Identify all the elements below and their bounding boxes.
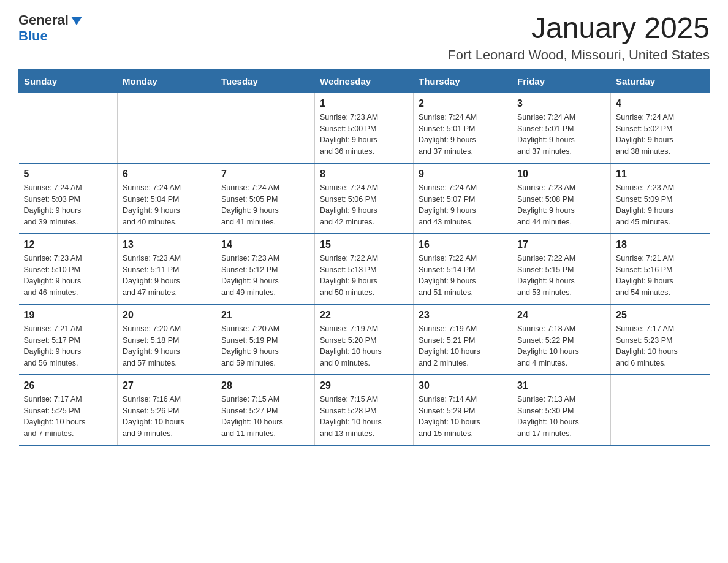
calendar-table: SundayMondayTuesdayWednesdayThursdayFrid… [18,69,710,446]
day-number: 23 [419,310,507,321]
day-info: Sunrise: 7:18 AM Sunset: 5:22 PM Dayligh… [517,323,605,369]
calendar-cell: 26Sunrise: 7:17 AM Sunset: 5:25 PM Dayli… [19,375,118,445]
day-number: 14 [221,239,309,250]
day-number: 4 [616,98,705,109]
day-info: Sunrise: 7:17 AM Sunset: 5:23 PM Dayligh… [616,323,705,369]
calendar-cell: 8Sunrise: 7:24 AM Sunset: 5:06 PM Daylig… [315,163,414,234]
day-number: 24 [517,310,605,321]
day-info: Sunrise: 7:21 AM Sunset: 5:17 PM Dayligh… [24,323,113,369]
day-number: 3 [517,98,605,109]
calendar-week-1: 1Sunrise: 7:23 AM Sunset: 5:00 PM Daylig… [19,93,710,163]
weekday-header-saturday: Saturday [611,69,710,93]
calendar-cell: 21Sunrise: 7:20 AM Sunset: 5:19 PM Dayli… [216,304,315,375]
day-number: 25 [616,310,705,321]
calendar-cell: 13Sunrise: 7:23 AM Sunset: 5:11 PM Dayli… [118,234,216,304]
day-number: 31 [517,380,605,391]
day-info: Sunrise: 7:17 AM Sunset: 5:25 PM Dayligh… [24,394,113,440]
day-info: Sunrise: 7:24 AM Sunset: 5:02 PM Dayligh… [616,112,705,158]
day-info: Sunrise: 7:14 AM Sunset: 5:29 PM Dayligh… [419,394,507,440]
calendar-header: SundayMondayTuesdayWednesdayThursdayFrid… [19,69,710,93]
calendar-cell: 3Sunrise: 7:24 AM Sunset: 5:01 PM Daylig… [512,93,611,163]
day-number: 20 [123,310,211,321]
calendar-cell: 24Sunrise: 7:18 AM Sunset: 5:22 PM Dayli… [512,304,611,375]
calendar-cell: 29Sunrise: 7:15 AM Sunset: 5:28 PM Dayli… [315,375,414,445]
calendar-cell: 2Sunrise: 7:24 AM Sunset: 5:01 PM Daylig… [414,93,512,163]
weekday-header-friday: Friday [512,69,611,93]
day-info: Sunrise: 7:20 AM Sunset: 5:18 PM Dayligh… [123,323,211,369]
day-number: 15 [320,239,408,250]
weekday-header-monday: Monday [118,69,216,93]
logo-general-text: General [18,12,69,28]
day-number: 18 [616,239,705,250]
calendar-cell: 30Sunrise: 7:14 AM Sunset: 5:29 PM Dayli… [414,375,512,445]
day-info: Sunrise: 7:24 AM Sunset: 5:05 PM Dayligh… [221,182,309,228]
day-info: Sunrise: 7:15 AM Sunset: 5:27 PM Dayligh… [221,394,309,440]
logo-triangle-icon [71,17,82,25]
calendar-cell: 6Sunrise: 7:24 AM Sunset: 5:04 PM Daylig… [118,163,216,234]
weekday-header-row: SundayMondayTuesdayWednesdayThursdayFrid… [19,69,710,93]
calendar-cell: 19Sunrise: 7:21 AM Sunset: 5:17 PM Dayli… [19,304,118,375]
day-info: Sunrise: 7:13 AM Sunset: 5:30 PM Dayligh… [517,394,605,440]
logo: General Blue [18,12,82,44]
day-number: 19 [24,310,113,321]
day-info: Sunrise: 7:23 AM Sunset: 5:10 PM Dayligh… [24,253,113,299]
calendar-cell: 4Sunrise: 7:24 AM Sunset: 5:02 PM Daylig… [611,93,710,163]
calendar-cell: 5Sunrise: 7:24 AM Sunset: 5:03 PM Daylig… [19,163,118,234]
calendar-week-4: 19Sunrise: 7:21 AM Sunset: 5:17 PM Dayli… [19,304,710,375]
calendar-cell: 11Sunrise: 7:23 AM Sunset: 5:09 PM Dayli… [611,163,710,234]
calendar-cell: 25Sunrise: 7:17 AM Sunset: 5:23 PM Dayli… [611,304,710,375]
day-info: Sunrise: 7:24 AM Sunset: 5:01 PM Dayligh… [419,112,507,158]
day-number: 29 [320,380,408,391]
calendar-cell: 18Sunrise: 7:21 AM Sunset: 5:16 PM Dayli… [611,234,710,304]
day-number: 11 [616,169,705,180]
calendar-cell: 10Sunrise: 7:23 AM Sunset: 5:08 PM Dayli… [512,163,611,234]
calendar-cell: 23Sunrise: 7:19 AM Sunset: 5:21 PM Dayli… [414,304,512,375]
weekday-header-tuesday: Tuesday [216,69,315,93]
day-number: 1 [320,98,408,109]
calendar-title: January 2025 [447,12,710,45]
calendar-cell: 27Sunrise: 7:16 AM Sunset: 5:26 PM Dayli… [118,375,216,445]
weekday-header-wednesday: Wednesday [315,69,414,93]
calendar-cell: 20Sunrise: 7:20 AM Sunset: 5:18 PM Dayli… [118,304,216,375]
calendar-week-2: 5Sunrise: 7:24 AM Sunset: 5:03 PM Daylig… [19,163,710,234]
calendar-cell: 9Sunrise: 7:24 AM Sunset: 5:07 PM Daylig… [414,163,512,234]
page-header: General Blue January 2025 Fort Leonard W… [18,12,710,63]
day-info: Sunrise: 7:24 AM Sunset: 5:07 PM Dayligh… [419,182,507,228]
calendar-cell: 31Sunrise: 7:13 AM Sunset: 5:30 PM Dayli… [512,375,611,445]
calendar-week-3: 12Sunrise: 7:23 AM Sunset: 5:10 PM Dayli… [19,234,710,304]
calendar-cell: 12Sunrise: 7:23 AM Sunset: 5:10 PM Dayli… [19,234,118,304]
day-info: Sunrise: 7:23 AM Sunset: 5:08 PM Dayligh… [517,182,605,228]
day-number: 12 [24,239,113,250]
day-info: Sunrise: 7:22 AM Sunset: 5:15 PM Dayligh… [517,253,605,299]
day-info: Sunrise: 7:24 AM Sunset: 5:04 PM Dayligh… [123,182,211,228]
day-info: Sunrise: 7:24 AM Sunset: 5:06 PM Dayligh… [320,182,408,228]
day-number: 17 [517,239,605,250]
day-info: Sunrise: 7:21 AM Sunset: 5:16 PM Dayligh… [616,253,705,299]
day-number: 8 [320,169,408,180]
logo-blue-text: Blue [18,28,48,44]
weekday-header-thursday: Thursday [414,69,512,93]
day-info: Sunrise: 7:23 AM Sunset: 5:00 PM Dayligh… [320,112,408,158]
calendar-cell: 15Sunrise: 7:22 AM Sunset: 5:13 PM Dayli… [315,234,414,304]
calendar-cell: 1Sunrise: 7:23 AM Sunset: 5:00 PM Daylig… [315,93,414,163]
day-number: 22 [320,310,408,321]
day-number: 2 [419,98,507,109]
day-number: 5 [24,169,113,180]
day-number: 27 [123,380,211,391]
day-number: 21 [221,310,309,321]
calendar-cell [19,93,118,163]
day-number: 13 [123,239,211,250]
calendar-cell: 17Sunrise: 7:22 AM Sunset: 5:15 PM Dayli… [512,234,611,304]
calendar-body: 1Sunrise: 7:23 AM Sunset: 5:00 PM Daylig… [19,93,710,445]
calendar-cell [611,375,710,445]
calendar-cell [216,93,315,163]
day-info: Sunrise: 7:23 AM Sunset: 5:12 PM Dayligh… [221,253,309,299]
day-info: Sunrise: 7:24 AM Sunset: 5:03 PM Dayligh… [24,182,113,228]
calendar-cell: 28Sunrise: 7:15 AM Sunset: 5:27 PM Dayli… [216,375,315,445]
day-info: Sunrise: 7:24 AM Sunset: 5:01 PM Dayligh… [517,112,605,158]
calendar-cell: 22Sunrise: 7:19 AM Sunset: 5:20 PM Dayli… [315,304,414,375]
calendar-cell: 7Sunrise: 7:24 AM Sunset: 5:05 PM Daylig… [216,163,315,234]
calendar-week-5: 26Sunrise: 7:17 AM Sunset: 5:25 PM Dayli… [19,375,710,445]
calendar-cell: 14Sunrise: 7:23 AM Sunset: 5:12 PM Dayli… [216,234,315,304]
day-info: Sunrise: 7:23 AM Sunset: 5:09 PM Dayligh… [616,182,705,228]
